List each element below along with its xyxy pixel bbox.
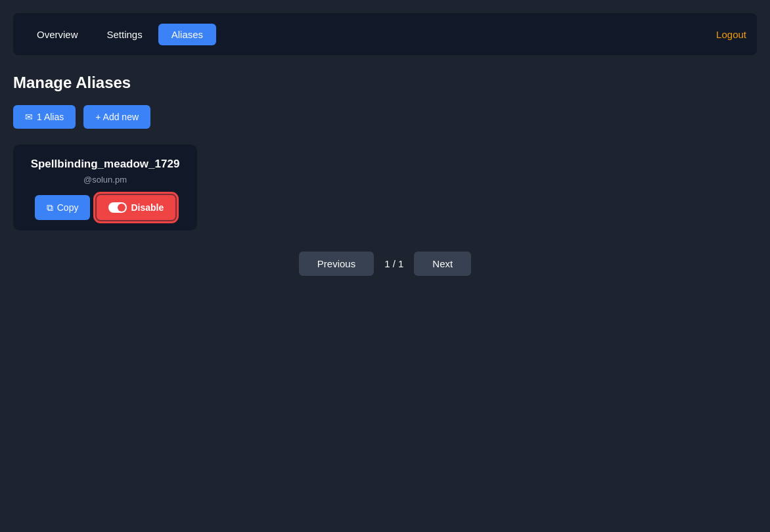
alias-actions: ⧉ Copy Disable: [24, 195, 187, 220]
tab-settings[interactable]: Settings: [94, 24, 156, 45]
copy-icon: ⧉: [47, 202, 53, 213]
nav-bar: Overview Settings Aliases Logout: [13, 13, 757, 55]
next-button[interactable]: Next: [414, 252, 471, 276]
alias-card: Spellbinding_meadow_1729 @solun.pm ⧉ Cop…: [13, 144, 197, 231]
logout-button[interactable]: Logout: [716, 29, 746, 40]
pagination: Previous 1 / 1 Next: [13, 252, 757, 276]
alias-domain: @solun.pm: [83, 175, 127, 185]
pagination-info: 1 / 1: [384, 258, 403, 269]
tab-aliases[interactable]: Aliases: [158, 24, 216, 45]
envelope-icon: ✉: [25, 112, 33, 122]
add-new-button[interactable]: + Add new: [83, 105, 150, 129]
nav-tabs: Overview Settings Aliases: [24, 24, 716, 45]
copy-label: Copy: [57, 202, 79, 213]
disable-label: Disable: [131, 202, 164, 213]
previous-button[interactable]: Previous: [299, 252, 374, 276]
page-title: Manage Aliases: [13, 74, 757, 92]
alias-count-label: 1 Alias: [37, 112, 64, 122]
alias-count-button[interactable]: ✉ 1 Alias: [13, 105, 76, 129]
tab-overview[interactable]: Overview: [24, 24, 91, 45]
action-buttons: ✉ 1 Alias + Add new: [13, 105, 757, 129]
disable-button[interactable]: Disable: [97, 195, 175, 220]
copy-button[interactable]: ⧉ Copy: [35, 195, 91, 220]
toggle-icon: [108, 202, 127, 213]
alias-name: Spellbinding_meadow_1729: [31, 158, 180, 171]
